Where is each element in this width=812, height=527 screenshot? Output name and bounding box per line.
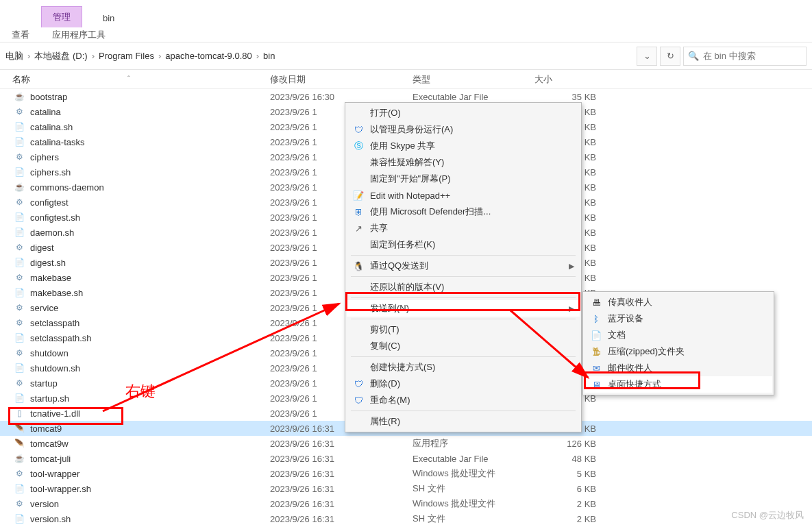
menu-compat[interactable]: 兼容性疑难解答(Y) [347, 154, 580, 171]
blank-icon [351, 340, 366, 352]
blank-icon [351, 281, 366, 293]
file-icon: 📄 [12, 121, 26, 132]
menu-rename[interactable]: 🛡重命名(M) [347, 392, 580, 408]
bc-pc[interactable]: 电脑 [3, 50, 26, 62]
document-icon: 📄 [589, 329, 604, 341]
file-name: tool-wrapper.sh [30, 484, 270, 494]
ribbon-tabs: 管理 bin [0, 0, 812, 27]
file-type: Windows 批处理文件 [413, 498, 534, 510]
file-icon: ⚙ [12, 468, 26, 479]
bluetooth-icon: ᛒ [589, 312, 604, 325]
file-icon: ⚙ [12, 317, 26, 328]
tab-view[interactable]: 查看 [0, 26, 41, 44]
sendto-bluetooth[interactable]: ᛒ蓝牙设备 [585, 310, 772, 327]
sendto-zip[interactable]: 🗜压缩(zipped)文件夹 [585, 343, 772, 360]
menu-separator [351, 297, 576, 298]
file-name: version [30, 499, 270, 509]
defender-icon: ⛨ [351, 206, 366, 218]
file-icon: 🪶 [12, 438, 26, 449]
refresh-button[interactable]: ↻ [660, 47, 680, 66]
col-size[interactable]: 大小 [534, 73, 617, 86]
col-type[interactable]: 类型 [413, 73, 534, 86]
menu-create-shortcut[interactable]: 创建快捷方式(S) [347, 359, 580, 376]
file-name: shutdown.sh [30, 363, 270, 373]
file-row[interactable]: ⚙tool-wrapper2023/9/26 16:31Windows 批处理文… [0, 466, 812, 481]
file-name: makebase.sh [30, 288, 270, 298]
menu-pin-taskbar[interactable]: 固定到任务栏(K) [347, 236, 580, 253]
menu-properties[interactable]: 属性(R) [347, 413, 580, 430]
file-icon: ▯ [12, 408, 26, 419]
menu-cut[interactable]: 剪切(T) [347, 321, 580, 338]
file-row[interactable]: 📄version.sh2023/9/26 16:31SH 文件2 KB [0, 511, 812, 526]
chevron-icon: › [26, 51, 32, 61]
file-size: 48 KB [534, 454, 596, 464]
file-name: commons-daemon [30, 182, 270, 193]
file-icon: ☕ [12, 91, 26, 102]
sendto-mail[interactable]: ✉邮件收件人 [585, 360, 772, 376]
bc-drive[interactable]: 本地磁盘 (D:) [32, 50, 90, 62]
file-row[interactable]: 📄tool-wrapper.sh2023/9/26 16:31SH 文件6 KB [0, 481, 812, 496]
mail-icon: ✉ [589, 362, 604, 374]
file-name: digest.sh [30, 258, 270, 268]
menu-copy[interactable]: 复制(C) [347, 338, 580, 354]
menu-send-to[interactable]: 发送到(N)▶ [347, 300, 580, 317]
file-size: 126 KB [534, 439, 596, 449]
breadcrumb[interactable]: 电脑› 本地磁盘 (D:)› Program Files› apache-tom… [0, 50, 637, 62]
ribbon-row2: 查看 应用程序工具 [0, 27, 812, 42]
file-icon: 📄 [12, 136, 26, 147]
file-name: shutdown [30, 348, 270, 358]
col-date[interactable]: 修改日期 [270, 73, 413, 86]
file-icon: ⚙ [12, 106, 26, 117]
context-menu: 打开(O) 🛡以管理员身份运行(A) Ⓢ使用 Skype 共享 兼容性疑难解答(… [345, 102, 582, 432]
menu-restore[interactable]: 还原以前的版本(V) [347, 279, 580, 295]
bc-bin[interactable]: bin [260, 51, 278, 61]
menu-share[interactable]: ↗共享 [347, 220, 580, 236]
file-row[interactable]: 🪶tomcat9w2023/9/26 16:31应用程序126 KB [0, 436, 812, 451]
sort-arrow-icon: ˆ [127, 75, 130, 83]
sendto-desktop-shortcut[interactable]: 🖥桌面快捷方式 [585, 376, 772, 393]
blank-icon [351, 156, 366, 169]
file-icon: ⚙ [12, 197, 26, 208]
menu-run-admin[interactable]: 🛡以管理员身份运行(A) [347, 121, 580, 138]
menu-qq-send[interactable]: 🐧通过QQ发送到▶ [347, 258, 580, 274]
search-box[interactable]: 🔍 [683, 47, 807, 66]
blank-icon [351, 107, 366, 119]
menu-delete[interactable]: 🛡删除(D) [347, 376, 580, 392]
file-icon: 📄 [12, 332, 26, 343]
menu-skype[interactable]: Ⓢ使用 Skype 共享 [347, 138, 580, 154]
col-name[interactable]: 名称ˆ [12, 73, 270, 86]
file-name: tomcat9 [30, 424, 270, 434]
bc-pf[interactable]: Program Files [96, 51, 157, 61]
menu-defender[interactable]: ⛨使用 Microsoft Defender扫描... [347, 204, 580, 220]
file-name: tomcat9w [30, 439, 270, 449]
file-name: digest [30, 243, 270, 253]
menu-notepad[interactable]: 📝Edit with Notepad++ [347, 187, 580, 204]
blank-icon [351, 361, 366, 373]
file-row[interactable]: ⚙version2023/9/26 16:31Windows 批处理文件2 KB [0, 496, 812, 511]
file-icon: 🪶 [12, 423, 26, 434]
file-row[interactable]: ☕tomcat-juli2023/9/26 16:31Executable Ja… [0, 451, 812, 466]
tab-manage[interactable]: 管理 [41, 6, 82, 27]
file-icon: 📄 [12, 287, 26, 298]
menu-pin-start[interactable]: 固定到"开始"屏幕(P) [347, 171, 580, 187]
chevron-icon: › [255, 51, 260, 61]
menu-separator [351, 255, 576, 256]
file-name: makebase [30, 273, 270, 283]
tab-apptools[interactable]: 应用程序工具 [41, 26, 116, 44]
blank-icon [351, 238, 366, 251]
sendto-fax[interactable]: 🖶传真收件人 [585, 294, 772, 310]
bc-tomcat[interactable]: apache-tomcat-9.0.80 [162, 51, 254, 61]
menu-open[interactable]: 打开(O) [347, 105, 580, 121]
notepad-icon: 📝 [351, 189, 366, 201]
file-icon: ⚙ [12, 347, 26, 358]
file-icon: 📄 [12, 363, 26, 373]
file-name: setclasspath [30, 318, 270, 328]
history-dropdown[interactable]: ⌄ [637, 47, 657, 66]
file-size: 6 KB [534, 484, 596, 494]
file-type: SH 文件 [413, 482, 534, 495]
file-name: ciphers.sh [30, 167, 270, 177]
sendto-documents[interactable]: 📄文档 [585, 327, 772, 343]
file-type: 应用程序 [413, 437, 534, 450]
file-type: Executable Jar File [413, 92, 534, 102]
search-input[interactable] [703, 51, 812, 61]
